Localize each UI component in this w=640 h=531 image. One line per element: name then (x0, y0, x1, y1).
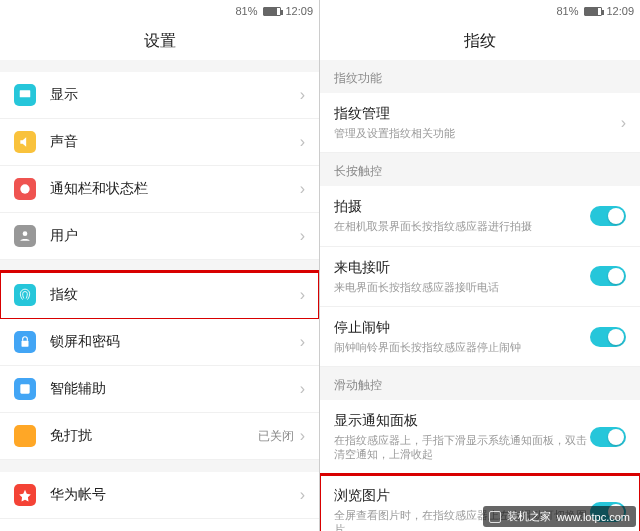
watermark-brand: 装机之家 (507, 509, 551, 524)
watermark: 装机之家 www.lotpc.com (483, 506, 636, 527)
sound-icon (14, 131, 36, 153)
row-notification-bar[interactable]: 通知栏和状态栏 › (0, 166, 319, 213)
switch-stop-alarm[interactable] (590, 327, 626, 347)
switch-answer-call[interactable] (590, 266, 626, 286)
watermark-icon (489, 511, 501, 523)
clock: 12:09 (606, 5, 634, 17)
row-notification-panel[interactable]: 显示通知面板 在指纹感应器上，手指下滑显示系统通知面板，双击清空通知，上滑收起 (320, 400, 640, 475)
row-title: 停止闹钟 (334, 319, 590, 337)
fingerprint-screen: 81% 12:09 指纹 指纹功能 指纹管理 管理及设置指纹相关功能 › 长按触… (320, 0, 640, 531)
row-cloud[interactable]: 云服务 (0, 519, 319, 531)
row-stop-alarm[interactable]: 停止闹钟 闹钟响铃界面长按指纹感应器停止闹钟 (320, 307, 640, 367)
row-label: 智能辅助 (50, 380, 300, 398)
row-label: 华为帐号 (50, 486, 300, 504)
clock: 12:09 (285, 5, 313, 17)
chevron-right-icon: › (300, 486, 305, 504)
row-user[interactable]: 用户 › (0, 213, 319, 260)
row-title: 拍摄 (334, 198, 590, 216)
row-title: 显示通知面板 (334, 412, 590, 430)
battery-percent: 81% (235, 5, 257, 17)
chevron-right-icon: › (300, 286, 305, 304)
row-label: 用户 (50, 227, 300, 245)
chevron-right-icon: › (300, 180, 305, 198)
watermark-url: www.lotpc.com (557, 511, 630, 523)
chevron-right-icon: › (300, 380, 305, 398)
fingerprint-icon (14, 284, 36, 306)
row-label: 显示 (50, 86, 300, 104)
chevron-right-icon: › (300, 333, 305, 351)
battery-icon (263, 7, 281, 16)
chevron-right-icon: › (300, 427, 305, 445)
row-sound[interactable]: 声音 › (0, 119, 319, 166)
chevron-right-icon: › (300, 133, 305, 151)
status-bar: 81% 12:09 (320, 0, 640, 22)
svg-rect-0 (20, 90, 31, 97)
row-subtitle: 来电界面长按指纹感应器接听电话 (334, 280, 590, 294)
chevron-right-icon: › (621, 114, 626, 132)
battery-percent: 81% (556, 5, 578, 17)
page-title: 设置 (0, 22, 319, 60)
row-subtitle: 管理及设置指纹相关功能 (334, 126, 621, 140)
section-divider (0, 260, 319, 272)
row-label: 声音 (50, 133, 300, 151)
row-title: 浏览图片 (334, 487, 590, 505)
row-fingerprint-mgmt[interactable]: 指纹管理 管理及设置指纹相关功能 › (320, 93, 640, 153)
lock-icon (14, 331, 36, 353)
user-icon (14, 225, 36, 247)
row-display[interactable]: 显示 › (0, 72, 319, 119)
battery-icon (584, 7, 602, 16)
switch-notification-panel[interactable] (590, 427, 626, 447)
page-title: 指纹 (320, 22, 640, 60)
chevron-right-icon: › (300, 227, 305, 245)
row-title: 指纹管理 (334, 105, 621, 123)
svg-rect-4 (20, 384, 29, 393)
row-label: 指纹 (50, 286, 300, 304)
moon-icon (14, 425, 36, 447)
row-capture[interactable]: 拍摄 在相机取景界面长按指纹感应器进行拍摄 (320, 186, 640, 246)
section-divider (0, 460, 319, 472)
row-subtitle: 在相机取景界面长按指纹感应器进行拍摄 (334, 219, 590, 233)
section-slide: 滑动触控 (320, 367, 640, 400)
row-smart-assist[interactable]: 智能辅助 › (0, 366, 319, 413)
huawei-icon (14, 484, 36, 506)
dnd-status: 已关闭 (258, 428, 294, 445)
section-fingerprint-functions: 指纹功能 (320, 60, 640, 93)
row-answer-call[interactable]: 来电接听 来电界面长按指纹感应器接听电话 (320, 247, 640, 307)
row-label: 通知栏和状态栏 (50, 180, 300, 198)
row-title: 来电接听 (334, 259, 590, 277)
svg-point-1 (20, 184, 29, 193)
row-label: 锁屏和密码 (50, 333, 300, 351)
row-lockscreen[interactable]: 锁屏和密码 › (0, 319, 319, 366)
settings-screen: 81% 12:09 设置 显示 › 声音 › 通知栏和状态栏 › 用户 › (0, 0, 320, 531)
section-long-press: 长按触控 (320, 153, 640, 186)
row-fingerprint[interactable]: 指纹 › (0, 272, 319, 319)
row-huawei-id[interactable]: 华为帐号 › (0, 472, 319, 519)
section-divider (0, 60, 319, 72)
row-dnd[interactable]: 免打扰 已关闭 › (0, 413, 319, 460)
svg-point-2 (23, 231, 28, 236)
row-subtitle: 在指纹感应器上，手指下滑显示系统通知面板，双击清空通知，上滑收起 (334, 433, 590, 462)
smart-icon (14, 378, 36, 400)
notification-icon (14, 178, 36, 200)
switch-capture[interactable] (590, 206, 626, 226)
status-bar: 81% 12:09 (0, 0, 319, 22)
chevron-right-icon: › (300, 86, 305, 104)
display-icon (14, 84, 36, 106)
svg-rect-3 (22, 341, 29, 347)
row-label: 免打扰 (50, 427, 258, 445)
row-subtitle: 闹钟响铃界面长按指纹感应器停止闹钟 (334, 340, 590, 354)
